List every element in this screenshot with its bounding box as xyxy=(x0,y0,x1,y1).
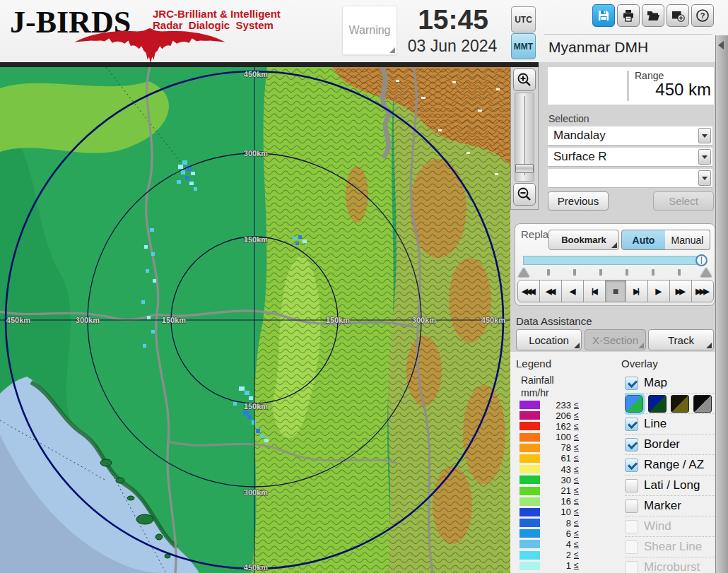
marker-checkbox[interactable] xyxy=(625,500,638,513)
legend-row: 100≤ xyxy=(519,433,579,442)
shear-line-checkbox xyxy=(625,540,638,554)
previous-button[interactable]: Previous xyxy=(548,191,609,211)
overlay-label: Border xyxy=(644,437,680,451)
legend-row: 162≤ xyxy=(519,422,579,430)
overlay-label: Lati / Long xyxy=(644,478,700,492)
chevron-down-icon[interactable] xyxy=(698,170,711,186)
select-button[interactable]: Select xyxy=(653,191,714,211)
overlay-label: Map xyxy=(644,376,667,390)
svg-text:300km: 300km xyxy=(244,488,268,497)
timeline-slider-handle[interactable] xyxy=(695,254,708,266)
map-style-navy-darkgreen[interactable] xyxy=(648,395,667,413)
print-button[interactable] xyxy=(617,4,640,27)
legend-value: 162 xyxy=(540,421,571,432)
range-az-checkbox[interactable] xyxy=(625,459,638,472)
overlay-label: Wind xyxy=(644,519,671,533)
eagle-logo-icon xyxy=(8,28,291,64)
replay-panel: Replay Bookmark Auto Manual ◀◀◀ ◀◀ ◀ |◀ … xyxy=(515,223,715,306)
color-swatch xyxy=(519,422,540,430)
line-checkbox[interactable] xyxy=(625,418,638,431)
xsection-button[interactable]: X-Section xyxy=(585,329,646,350)
wind-checkbox xyxy=(625,520,638,533)
svg-text:150km: 150km xyxy=(244,402,268,410)
open-folder-button[interactable] xyxy=(642,4,664,27)
overlay-label: Shear Line xyxy=(644,540,702,554)
header-divider xyxy=(0,62,539,67)
manual-mode-button[interactable]: Manual xyxy=(665,230,710,250)
zoom-slider-track[interactable] xyxy=(515,93,534,182)
step-back-button[interactable]: |◀ xyxy=(583,280,606,302)
zoom-in-button[interactable] xyxy=(513,69,536,91)
svg-text:300km: 300km xyxy=(76,316,100,324)
warning-button[interactable]: Warning xyxy=(342,6,397,55)
legend-row: 10≤ xyxy=(519,508,579,516)
jump-to-start-button[interactable]: ◀◀◀ xyxy=(517,280,540,302)
stop-button[interactable]: ■ xyxy=(605,280,626,302)
map-checkbox[interactable] xyxy=(625,377,638,390)
zoom-out-icon xyxy=(517,187,532,202)
zoom-out-button[interactable] xyxy=(513,183,536,206)
timeline-end-marker xyxy=(700,268,712,277)
location-button[interactable]: Location xyxy=(516,329,582,350)
overlay-row-map-styles xyxy=(625,394,715,414)
bookmark-button[interactable]: Bookmark xyxy=(548,230,619,250)
playback-controls: ◀◀◀ ◀◀ ◀ |◀ ■ ▶| ▶ ▶▶ ▶▶▶ xyxy=(517,280,714,302)
play-button[interactable]: ▶ xyxy=(647,280,670,302)
add-image-button[interactable] xyxy=(667,4,689,27)
track-button[interactable]: Track xyxy=(648,329,714,350)
overlay-row-marker: Marker xyxy=(625,496,715,516)
station-dropdown[interactable]: Mandalay xyxy=(548,126,712,146)
legend-row: 21≤ xyxy=(519,487,579,495)
leq-symbol: ≤ xyxy=(574,433,579,441)
product-dropdown[interactable]: Surface R xyxy=(548,148,712,167)
color-swatch xyxy=(519,433,540,442)
help-button[interactable]: ? xyxy=(691,4,714,27)
chevron-down-icon[interactable] xyxy=(698,128,711,143)
legend-value: 30 xyxy=(540,475,571,485)
fast-forward-button[interactable]: ▶▶ xyxy=(669,280,692,302)
leq-symbol: ≤ xyxy=(574,444,579,451)
clock-date: 03 Jun 2024 xyxy=(396,37,509,56)
timeline-start-marker xyxy=(518,268,529,277)
lati-long-checkbox[interactable] xyxy=(625,479,638,492)
legend-value: 8 xyxy=(540,518,571,528)
legend-row: 78≤ xyxy=(519,444,579,452)
legend-value: 21 xyxy=(540,485,571,496)
color-swatch xyxy=(519,401,540,409)
jump-to-end-button[interactable]: ▶▶▶ xyxy=(691,280,714,302)
save-button[interactable] xyxy=(592,4,615,27)
legend-row: 43≤ xyxy=(519,465,579,473)
timezone-utc-button[interactable]: UTC xyxy=(511,6,536,33)
timezone-mmt-button[interactable]: MMT xyxy=(511,33,536,59)
leq-symbol: ≤ xyxy=(574,454,579,462)
map-style-blue-green[interactable] xyxy=(625,395,643,413)
map-style-black-olive[interactable] xyxy=(671,395,689,413)
zoom-in-icon xyxy=(517,72,532,88)
color-swatch xyxy=(519,540,540,548)
step-forward-button[interactable]: ▶| xyxy=(626,280,648,302)
overlay-row-wind: Wind xyxy=(625,516,715,537)
auto-mode-button[interactable]: Auto xyxy=(621,230,666,250)
fast-rewind-button[interactable]: ◀◀ xyxy=(539,280,562,302)
rainfall-color-scale: 233≤ 206≤ 162≤ 100≤ 78≤ 61≤ 43≤ 30≤ 21≤ … xyxy=(519,401,579,572)
replay-timeline-slider[interactable] xyxy=(523,256,704,265)
overlay-label: Microburst xyxy=(644,560,700,573)
map-style-black-gray[interactable] xyxy=(693,395,712,413)
zoom-slider-handle[interactable] xyxy=(515,164,534,173)
chevron-down-icon[interactable] xyxy=(698,149,711,165)
color-swatch xyxy=(519,508,540,516)
legend-row: 16≤ xyxy=(519,497,579,506)
jbirds-app: J-BIRDS JRC-Brilliant & IntelligentRadar… xyxy=(0,0,728,573)
play-reverse-button[interactable]: ◀ xyxy=(561,280,584,302)
legend-parameter: Rainfall xyxy=(521,374,554,386)
leq-symbol: ≤ xyxy=(574,540,579,548)
overlay-row-microburst: Microburst xyxy=(625,557,715,573)
legend-value: 10 xyxy=(540,507,571,517)
option-dropdown[interactable] xyxy=(548,169,712,188)
svg-text:300km: 300km xyxy=(412,316,436,324)
collapse-panel-arrow-icon[interactable] xyxy=(718,41,724,49)
station-name: Myanmar DMH xyxy=(548,39,648,56)
radar-map[interactable]: 450km 300km 150km 150km 300km 450km 450k… xyxy=(0,67,510,573)
color-swatch xyxy=(519,562,540,570)
border-checkbox[interactable] xyxy=(625,438,638,451)
